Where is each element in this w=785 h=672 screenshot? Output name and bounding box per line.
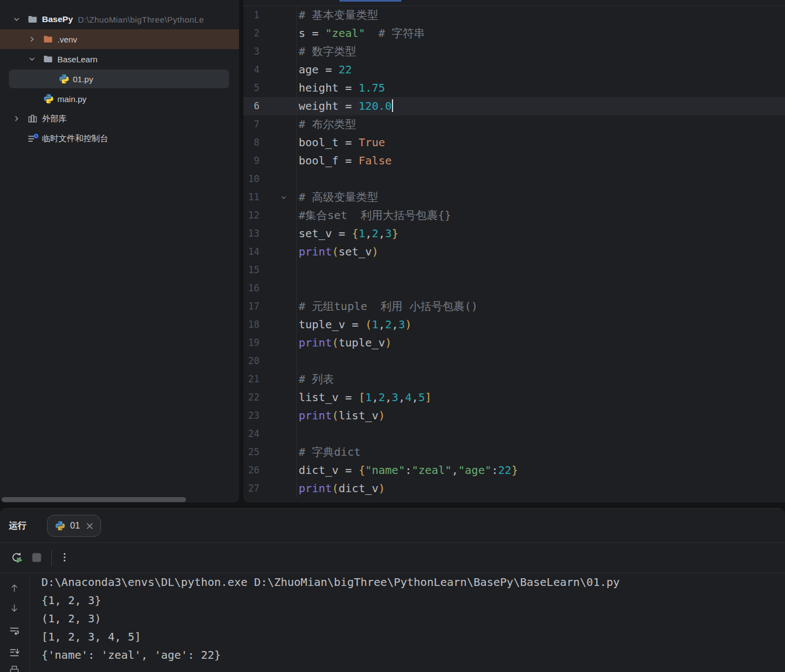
libraries-icon (28, 114, 42, 124)
code-line-2[interactable]: 2s = "zeal" # 字符串 (243, 24, 785, 42)
code-text: #集合set 利用大括号包裹{} (297, 206, 451, 225)
run-tab-01[interactable]: 01 (47, 515, 101, 537)
code-text: print(dict_v) (297, 479, 385, 498)
line-number: 5 (243, 79, 259, 97)
editor-panel[interactable]: 1# 基本变量类型2s = "zeal" # 字符串3# 数字类型4age = … (243, 0, 785, 503)
scratches-icon (28, 134, 42, 144)
close-icon[interactable] (86, 522, 93, 530)
fold-chevron-icon[interactable] (280, 194, 288, 201)
stop-button[interactable] (31, 552, 42, 563)
line-number: 25 (243, 443, 259, 461)
code-line-24[interactable]: 24 (243, 425, 785, 443)
code-token: 2 (372, 227, 378, 240)
line-number: 23 (243, 407, 259, 425)
code-line-13[interactable]: 13set_v = {1,2,3} (243, 225, 785, 243)
code-line-18[interactable]: 18tuple_v = (1,2,3) (243, 316, 785, 334)
tree-item-main-py[interactable]: main.py (0, 89, 239, 109)
chevron-down-icon[interactable] (12, 15, 28, 24)
tree-item-01-py[interactable]: 01.py (0, 69, 239, 89)
code-token: print (299, 409, 332, 422)
arrow-down-button[interactable] (8, 602, 20, 614)
code-text: # 列表 (297, 370, 334, 388)
code-text: age = 22 (297, 61, 352, 79)
tree-item-external-libraries[interactable]: 外部库 (0, 109, 239, 129)
code-token: height (299, 81, 338, 94)
code-token: False (358, 154, 391, 167)
line-number: 10 (243, 170, 259, 188)
editor-active-tab-indicator[interactable] (340, 0, 401, 2)
rerun-button[interactable] (10, 551, 23, 563)
chevron-right-icon[interactable] (28, 35, 43, 44)
editor-gutter: 16 (243, 279, 297, 297)
line-number: 4 (243, 61, 259, 79)
code-token: , (379, 227, 385, 240)
run-toolbar (0, 543, 785, 573)
code-token: , (385, 391, 392, 404)
code-line-23[interactable]: 23print(list_v) (243, 407, 785, 425)
console-line: (1, 2, 3) (41, 610, 785, 628)
code-line-17[interactable]: 17# 元组tuple 利用 小括号包裹() (243, 297, 785, 316)
scroll-to-end-button[interactable] (8, 647, 20, 659)
line-number: 6 (243, 97, 259, 115)
run-tab-label: 01 (70, 521, 80, 531)
code-line-19[interactable]: 19print(tuple_v) (243, 334, 785, 352)
printer-icon[interactable] (8, 664, 20, 672)
line-number: 15 (243, 261, 259, 279)
tree-item-label: 01.py (73, 74, 93, 84)
code-token: # 元组tuple 利用 小括号包裹() (299, 300, 478, 313)
line-number: 11 (243, 188, 259, 206)
code-line-4[interactable]: 4age = 22 (243, 61, 785, 79)
arrow-up-button[interactable] (8, 582, 20, 594)
code-token: : (405, 463, 412, 477)
code-token: dict_v (299, 463, 338, 477)
editor-gutter: 4 (243, 61, 297, 79)
code-line-26[interactable]: 26dict_v = {"name":"zeal","age":22} (243, 461, 785, 479)
code-line-14[interactable]: 14print(set_v) (243, 243, 785, 261)
tree-item-label: BaseLearn (57, 55, 98, 64)
code-line-6[interactable]: 6weight = 120.0 (243, 97, 785, 115)
code-token: 2 (385, 318, 392, 331)
project-horizontal-scrollbar[interactable] (2, 497, 186, 502)
code-line-20[interactable]: 20 (243, 352, 785, 370)
code-line-9[interactable]: 9bool_f = False (243, 152, 785, 170)
folder-icon (28, 15, 42, 24)
code-line-1[interactable]: 1# 基本变量类型 (243, 6, 785, 24)
editor-gutter: 15 (243, 261, 297, 279)
code-line-10[interactable]: 10 (243, 170, 785, 188)
code-token: , (412, 391, 418, 404)
code-editor[interactable]: 1# 基本变量类型2s = "zeal" # 字符串3# 数字类型4age = … (243, 6, 785, 498)
tree-item-label: .venv (57, 35, 77, 44)
code-line-7[interactable]: 7# 布尔类型 (243, 115, 785, 134)
tree-item-basepy-root[interactable]: BasePyD:\ZhuoMian\bigThree\PythonLe (0, 9, 239, 29)
editor-gutter: 17 (243, 297, 297, 316)
code-token: , (392, 318, 399, 331)
tree-item-scratches-consoles[interactable]: 临时文件和控制台 (0, 129, 239, 148)
line-number: 8 (243, 134, 259, 152)
code-token (365, 26, 378, 40)
chevron-down-icon[interactable] (28, 55, 43, 63)
code-line-22[interactable]: 22list_v = [1,2,3,4,5] (243, 388, 785, 407)
run-tool-window: 运行 01 (0, 508, 785, 672)
code-line-11[interactable]: 11# 高级变量类型 (243, 188, 785, 206)
code-line-16[interactable]: 16 (243, 279, 785, 297)
code-line-15[interactable]: 15 (243, 261, 785, 279)
kebab-menu-button[interactable] (59, 551, 71, 563)
code-line-27[interactable]: 27print(dict_v) (243, 479, 785, 498)
tree-item-venv[interactable]: .venv (0, 29, 239, 49)
code-token: ( (332, 482, 338, 495)
code-line-21[interactable]: 21# 列表 (243, 370, 785, 388)
code-line-25[interactable]: 25# 字典dict (243, 443, 785, 461)
code-line-8[interactable]: 8bool_t = True (243, 134, 785, 152)
code-line-12[interactable]: 12#集合set 利用大括号包裹{} (243, 206, 785, 225)
code-line-3[interactable]: 3# 数字类型 (243, 42, 785, 61)
run-console[interactable]: D:\Anaconda3\envs\DL\python.exe D:\ZhuoM… (0, 573, 785, 672)
soft-wrap-button[interactable] (8, 624, 20, 636)
tree-item-label: BasePy (42, 14, 73, 24)
project-path: D:\ZhuoMian\bigThree\PythonLe (78, 15, 204, 24)
tree-item-baselearn[interactable]: BaseLearn (0, 49, 239, 69)
code-line-5[interactable]: 5height = 1.75 (243, 79, 785, 97)
code-token: "zeal" (325, 26, 365, 40)
code-token: ( (332, 245, 338, 258)
chevron-right-icon[interactable] (12, 114, 28, 123)
code-token: ( (365, 318, 372, 331)
